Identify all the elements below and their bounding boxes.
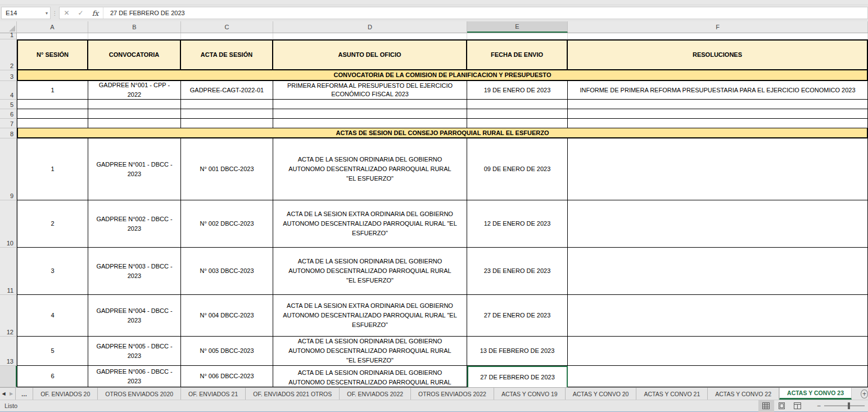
cell-d14[interactable]: ACTA DE LA SESION ORDINARIA DEL GOBIERNO… — [273, 366, 467, 387]
row-header-12[interactable]: 12 — [0, 295, 17, 337]
table-header-asunto[interactable]: ASUNTO DEL OFICIO — [273, 39, 467, 70]
cell-c11[interactable]: N° 003 DBCC-2023 — [181, 248, 273, 295]
row-header-2[interactable]: 2 — [0, 39, 17, 70]
row-header-5[interactable]: 5 — [0, 100, 17, 109]
zoom-slider-handle[interactable] — [848, 402, 850, 409]
cell-a10[interactable]: 2 — [17, 200, 88, 248]
tab-otros-enviados-2022[interactable]: OTROS ENVIADOS 2022 — [411, 388, 494, 400]
row-header-3[interactable]: 3 — [0, 70, 17, 81]
cell-f5[interactable] — [568, 100, 868, 109]
cell-f6[interactable] — [568, 109, 868, 119]
cell-b5[interactable] — [88, 100, 181, 109]
tab-of-enviados-20[interactable]: OF. ENVIADOS 20 — [33, 388, 98, 400]
tab-actas-y-convo-23-active[interactable]: ACTAS Y CONVO 23 — [779, 388, 852, 400]
row-header-10[interactable]: 10 — [0, 200, 17, 248]
tab-of-enviados-2021-otros[interactable]: OF. ENVIADOS 2021 OTROS — [246, 388, 340, 400]
name-box-dropdown-icon[interactable]: ▾ — [43, 11, 48, 16]
cell-f14[interactable] — [568, 366, 868, 387]
cell-f4[interactable]: INFORME DE PRIMERA REFORMA PRESUPUESTARI… — [568, 81, 868, 100]
cell-e12[interactable]: 27 DE ENERO DE 2023 — [467, 295, 568, 337]
cell-b12[interactable]: GADPREE N°004 - DBCC - 2023 — [88, 295, 181, 337]
cell-e4[interactable]: 19 DE ENERO DE 2023 — [467, 81, 568, 100]
cell-e5[interactable] — [467, 100, 568, 109]
cell-a6[interactable] — [17, 109, 88, 119]
cell-a5[interactable] — [17, 100, 88, 109]
row-header-1[interactable]: 1 — [0, 33, 17, 39]
cell-c4[interactable]: GADPREE-CAGT-2022-01 — [181, 81, 273, 100]
cell-c1[interactable] — [181, 33, 273, 39]
cell-a1[interactable] — [17, 33, 88, 39]
table-header-fecha[interactable]: FECHA DE ENVIO — [467, 39, 568, 70]
table-header-acta[interactable]: ACTA DE SESIÓN — [181, 39, 273, 70]
insert-function-icon[interactable]: fx — [88, 9, 103, 17]
cell-c13[interactable]: N° 005 DBCC-2023 — [181, 337, 273, 366]
cell-a12[interactable]: 4 — [17, 295, 88, 337]
row-header-11[interactable]: 11 — [0, 248, 17, 295]
cell-a13[interactable]: 5 — [17, 337, 88, 366]
select-all-corner[interactable] — [0, 21, 17, 33]
column-header-d[interactable]: D — [273, 21, 467, 33]
cell-d6[interactable] — [273, 109, 467, 119]
row-header-6[interactable]: 6 — [0, 109, 17, 119]
row-header-8[interactable]: 8 — [0, 128, 17, 138]
cell-d12[interactable]: ACTA DE LA SESION EXTRA ORDINARIA DEL GO… — [273, 295, 467, 337]
cell-b7[interactable] — [88, 119, 181, 128]
cell-d10[interactable]: ACTA DE LA SESION EXTRA ORDINARIA DEL GO… — [273, 200, 467, 248]
row-header-7[interactable]: 7 — [0, 119, 17, 128]
zoom-slider-track[interactable] — [824, 405, 865, 406]
enter-icon[interactable]: ✓ — [74, 9, 88, 17]
table-header-sesion[interactable]: N° SESIÓN — [17, 39, 88, 70]
cell-b6[interactable] — [88, 109, 181, 119]
row-header-13[interactable]: 13 — [0, 337, 17, 366]
name-box[interactable]: E14 ▾ — [1, 7, 51, 19]
tab-otros-enviados-2020[interactable]: OTROS ENVIADOS 2020 — [98, 388, 181, 400]
column-header-b[interactable]: B — [88, 21, 181, 33]
cell-c9[interactable]: N° 001 DBCC-2023 — [181, 138, 273, 200]
column-header-e-selected[interactable]: E — [467, 21, 568, 33]
cell-b4[interactable]: GADPREE N°001 - CPP - 2022 — [88, 81, 181, 100]
cell-a4[interactable]: 1 — [17, 81, 88, 100]
cell-c12[interactable]: N° 004 DBCC-2023 — [181, 295, 273, 337]
page-break-view-button[interactable] — [790, 400, 806, 412]
tab-of-enviados-21[interactable]: OF. ENVIADOS 21 — [181, 388, 246, 400]
tab-actas-y-convo-22[interactable]: ACTAS Y CONVO 22 — [708, 388, 779, 400]
cell-e7[interactable] — [467, 119, 568, 128]
cell-e11[interactable]: 23 DE ENERO DE 2023 — [467, 248, 568, 295]
cell-e9[interactable]: 09 DE ENERO DE 2023 — [467, 138, 568, 200]
cell-c6[interactable] — [181, 109, 273, 119]
cell-f7[interactable] — [568, 119, 868, 128]
cell-a9[interactable]: 1 — [17, 138, 88, 200]
page-layout-view-button[interactable] — [774, 400, 790, 412]
cell-d4[interactable]: PRIMERA REFORMA AL PRESUPUESTO DEL EJERC… — [273, 81, 467, 100]
sheet-overflow-button[interactable]: … — [15, 388, 34, 400]
cell-f12[interactable] — [568, 295, 868, 337]
next-sheet-icon[interactable]: ▶ — [7, 388, 15, 400]
prev-sheet-icon[interactable]: ◀ — [0, 388, 7, 400]
cell-e10[interactable]: 12 DE ENERO DE 2023 — [467, 200, 568, 248]
tab-actas-y-convo-20[interactable]: ACTAS Y CONVO 20 — [566, 388, 637, 400]
row-header-4[interactable]: 4 — [0, 81, 17, 100]
cell-f11[interactable] — [568, 248, 868, 295]
cell-c7[interactable] — [181, 119, 273, 128]
cell-a14[interactable]: 6 — [17, 366, 88, 387]
cell-d11[interactable]: ACTA DE LA SESION ORDINARIA DEL GOBIERNO… — [273, 248, 467, 295]
cell-e1[interactable] — [467, 33, 568, 39]
cell-b9[interactable]: GADPREE N°001 - DBCC - 2023 — [88, 138, 181, 200]
tab-actas-y-convo-19[interactable]: ACTAS Y CONVO 19 — [494, 388, 566, 400]
table-header-resoluciones[interactable]: RESOLUCIONES — [568, 39, 868, 70]
formula-bar-splitter-icon[interactable]: ⋮ — [51, 10, 59, 16]
cell-d9[interactable]: ACTA DE LA SESION ORDINARIA DEL GOBIERNO… — [273, 138, 467, 200]
cell-f13[interactable] — [568, 337, 868, 366]
formula-input[interactable]: 27 DE FEBRERO DE 2023 — [105, 10, 185, 16]
cell-a11[interactable]: 3 — [17, 248, 88, 295]
column-header-c[interactable]: C — [181, 21, 273, 33]
cell-b14[interactable]: GADPREE N°006 - DBCC - 2023 — [88, 366, 181, 387]
cell-e14-active[interactable]: 27 DE FEBRERO DE 2023 — [467, 366, 568, 387]
zoom-out-icon[interactable]: − — [813, 402, 824, 410]
cell-f10[interactable] — [568, 200, 868, 248]
cell-d1[interactable] — [273, 33, 467, 39]
section-header-actas-consejo[interactable]: ACTAS DE SESION DEL CONSEJO PARROQUIAL R… — [17, 128, 868, 138]
row-header-14[interactable] — [0, 366, 17, 387]
table-header-convocatoria[interactable]: CONVOCATORIA — [88, 39, 181, 70]
add-sheet-icon[interactable]: + — [861, 389, 868, 398]
